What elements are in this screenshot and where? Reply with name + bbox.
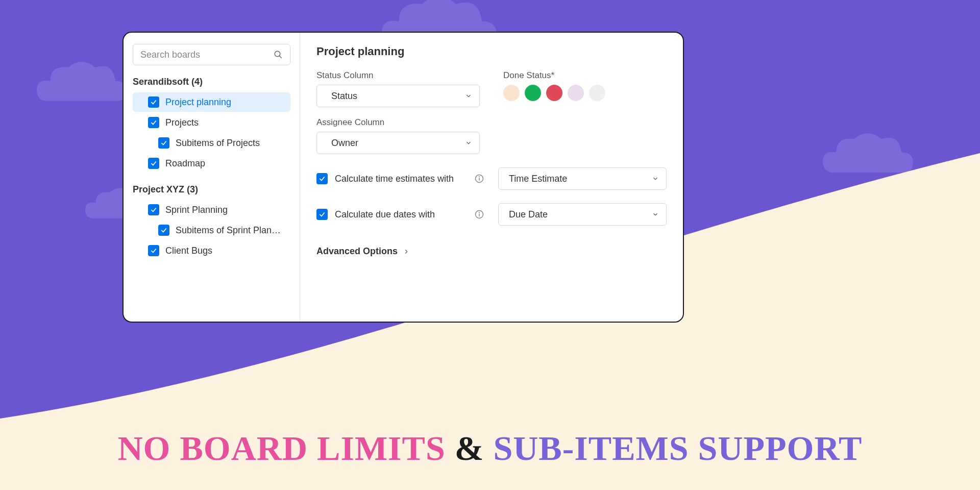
status-color-swatch[interactable] <box>589 85 605 101</box>
board-label: Subitems of Sprint Plan… <box>176 225 281 236</box>
board-item[interactable]: Client Bugs <box>133 241 290 260</box>
search-input[interactable] <box>140 50 274 60</box>
board-label: Project planning <box>165 97 231 108</box>
info-icon[interactable] <box>475 210 484 219</box>
board-item[interactable]: Subitems of Projects <box>133 133 290 153</box>
svg-point-7 <box>479 212 480 213</box>
chevron-down-icon <box>652 175 659 182</box>
status-color-swatch[interactable] <box>525 85 541 101</box>
info-icon[interactable] <box>475 174 484 183</box>
due-date-checkbox[interactable] <box>316 209 328 220</box>
tagline-part2: SUB-ITEMS SUPPORT <box>493 429 862 468</box>
board-checkbox[interactable] <box>148 96 159 108</box>
svg-line-1 <box>279 56 282 58</box>
search-icon <box>274 50 283 59</box>
svg-point-0 <box>275 51 280 57</box>
boards-sidebar: Serandibsoft (4)Project planningProjects… <box>124 33 300 322</box>
board-label: Roadmap <box>165 158 205 169</box>
cloud-decoration <box>26 56 138 112</box>
chevron-right-icon <box>403 248 410 255</box>
promo-tagline: NO BOARD LIMITS & SUB-ITEMS SUPPORT <box>0 431 980 465</box>
board-label: Subitems of Projects <box>176 138 260 149</box>
due-date-select[interactable]: Due Date <box>498 203 667 226</box>
settings-card: Serandibsoft (4)Project planningProjects… <box>122 32 684 323</box>
due-date-label: Calculate due dates with <box>335 209 468 220</box>
board-checkbox[interactable] <box>148 117 159 128</box>
board-checkbox[interactable] <box>158 137 169 149</box>
chevron-down-icon <box>652 211 659 218</box>
time-estimate-label: Calculate time estimates with <box>335 174 468 184</box>
done-status-colors <box>503 85 667 101</box>
settings-title: Project planning <box>316 45 667 58</box>
board-checkbox[interactable] <box>148 204 159 215</box>
chevron-down-icon <box>465 92 472 100</box>
tagline-amp: & <box>455 429 484 468</box>
board-item[interactable]: Sprint Planning <box>133 200 290 219</box>
assignee-column-select[interactable]: Owner <box>316 132 480 154</box>
board-label: Client Bugs <box>165 246 212 256</box>
status-color-swatch[interactable] <box>546 85 562 101</box>
board-label: Projects <box>165 117 199 128</box>
status-color-swatch[interactable] <box>568 85 584 101</box>
time-estimate-select[interactable]: Time Estimate <box>498 167 667 190</box>
status-column-label: Status Column <box>316 70 480 81</box>
chevron-down-icon <box>465 139 472 146</box>
tagline-part1: NO BOARD LIMITS <box>118 429 446 468</box>
assignee-column-label: Assignee Column <box>316 117 480 128</box>
board-item[interactable]: Projects <box>133 113 290 132</box>
board-item[interactable]: Roadmap <box>133 154 290 173</box>
time-estimate-checkbox[interactable] <box>316 173 328 184</box>
svg-point-4 <box>479 177 480 177</box>
workspace-title: Project XYZ (3) <box>133 184 290 195</box>
board-checkbox[interactable] <box>148 158 159 169</box>
board-checkbox[interactable] <box>158 225 169 236</box>
board-label: Sprint Planning <box>165 205 228 215</box>
board-item[interactable]: Project planning <box>133 92 290 112</box>
search-input-wrapper[interactable] <box>133 44 290 65</box>
done-status-label: Done Status* <box>503 70 667 81</box>
status-column-select[interactable]: Status <box>316 85 480 107</box>
board-settings-pane: Project planning Status Column Status Do… <box>300 33 683 322</box>
board-checkbox[interactable] <box>148 245 159 256</box>
board-item[interactable]: Subitems of Sprint Plan… <box>133 220 290 240</box>
advanced-options-toggle[interactable]: Advanced Options <box>316 246 667 257</box>
workspace-title: Serandibsoft (4) <box>133 77 290 87</box>
status-color-swatch[interactable] <box>503 85 520 101</box>
